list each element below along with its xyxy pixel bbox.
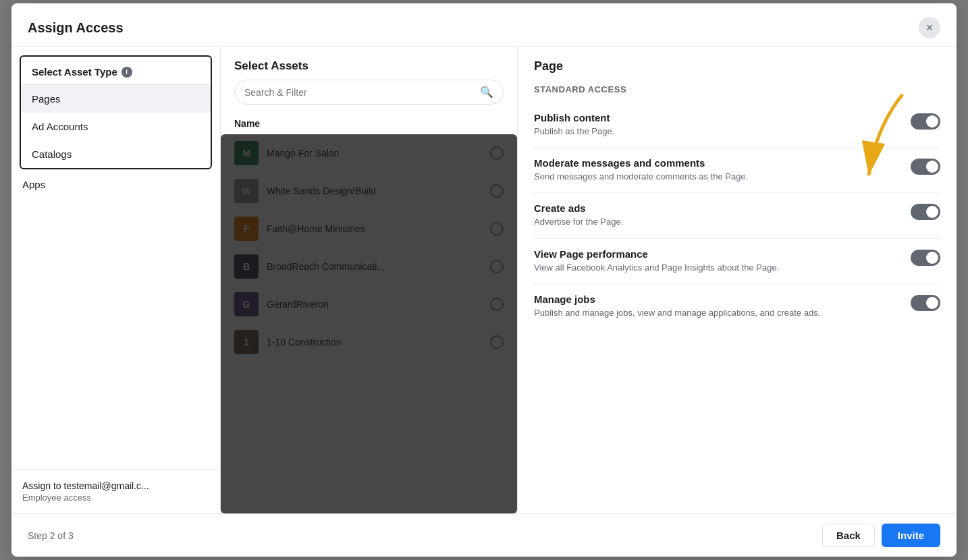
search-input[interactable] bbox=[244, 87, 475, 98]
footer-buttons: Back Invite bbox=[822, 524, 940, 547]
create-ads-toggle[interactable] bbox=[911, 204, 940, 220]
info-icon: i bbox=[122, 67, 132, 78]
permission-desc: Publish as the Page. bbox=[534, 125, 900, 138]
permission-label: Create ads bbox=[534, 202, 900, 214]
mid-panel: Select Assets 🔍 Name M Mango For Salon bbox=[221, 47, 518, 513]
permission-label: Moderate messages and comments bbox=[534, 157, 900, 169]
permission-item: Manage jobs Publish and manage jobs, vie… bbox=[534, 284, 940, 329]
modal-footer: Step 2 of 3 Back Invite bbox=[11, 513, 957, 557]
permission-desc: View all Facebook Analytics and Page Ins… bbox=[534, 262, 900, 274]
page-list: M Mango For Salon W White Sands Design/B… bbox=[221, 134, 517, 513]
search-bar[interactable]: 🔍 bbox=[234, 80, 504, 105]
invite-button[interactable]: Invite bbox=[882, 524, 940, 547]
asset-type-header: Select Asset Type i bbox=[21, 57, 211, 85]
sidebar-item-catalogs[interactable]: Catalogs bbox=[21, 140, 211, 168]
permission-desc: Send messages and moderate comments as t… bbox=[534, 171, 900, 183]
modal-overlay: Assign Access × Select Asset Type i Page… bbox=[0, 0, 968, 560]
select-assets-header: Select Assets bbox=[221, 47, 517, 80]
back-button[interactable]: Back bbox=[822, 524, 875, 547]
modal-body: Select Asset Type i Pages Ad Accounts Ca… bbox=[11, 47, 957, 513]
permission-desc: Advertise for the Page. bbox=[534, 216, 900, 228]
search-icon: 🔍 bbox=[480, 86, 493, 99]
permission-item: Create ads Advertise for the Page. bbox=[534, 193, 940, 238]
left-bottom: Assign to testemail@gmail.c... Employee … bbox=[11, 469, 220, 513]
permission-item: Publish content Publish as the Page. bbox=[534, 103, 940, 148]
page-section-title: Page bbox=[534, 59, 940, 74]
close-button[interactable]: × bbox=[919, 17, 940, 38]
sidebar-item-ad-accounts[interactable]: Ad Accounts bbox=[21, 113, 211, 140]
standard-access-label: Standard Access bbox=[534, 84, 940, 94]
permission-label: View Page performance bbox=[534, 248, 900, 260]
assign-access-modal: Assign Access × Select Asset Type i Page… bbox=[11, 3, 957, 557]
modal-title: Assign Access bbox=[28, 20, 124, 36]
name-column-header: Name bbox=[221, 113, 517, 134]
asset-type-section: Select Asset Type i Pages Ad Accounts Ca… bbox=[20, 55, 212, 169]
step-indicator: Step 2 of 3 bbox=[28, 530, 74, 541]
modal-header: Assign Access × bbox=[11, 3, 957, 47]
permission-label: Publish content bbox=[534, 112, 900, 123]
permission-desc: Publish and manage jobs, view and manage… bbox=[534, 307, 900, 319]
dark-overlay bbox=[221, 134, 517, 513]
view-performance-toggle[interactable] bbox=[911, 250, 940, 266]
moderate-messages-toggle[interactable] bbox=[911, 159, 940, 175]
sidebar-item-apps[interactable]: Apps bbox=[11, 169, 220, 200]
right-panel: Page Standard Access Publish content Pub… bbox=[518, 47, 957, 513]
sidebar-item-pages[interactable]: Pages bbox=[21, 85, 211, 113]
left-panel: Select Asset Type i Pages Ad Accounts Ca… bbox=[11, 47, 221, 513]
access-type-label: Employee access bbox=[22, 493, 209, 503]
permission-item: Moderate messages and comments Send mess… bbox=[534, 148, 940, 193]
asset-type-title: Select Asset Type bbox=[32, 66, 117, 78]
asset-type-list: Pages Ad Accounts Catalogs bbox=[21, 85, 211, 168]
permission-label: Manage jobs bbox=[534, 293, 900, 305]
publish-content-toggle[interactable] bbox=[911, 113, 940, 130]
permission-item: View Page performance View all Facebook … bbox=[534, 239, 940, 284]
assign-to-label: Assign to testemail@gmail.c... bbox=[22, 480, 209, 491]
manage-jobs-toggle[interactable] bbox=[911, 295, 940, 311]
